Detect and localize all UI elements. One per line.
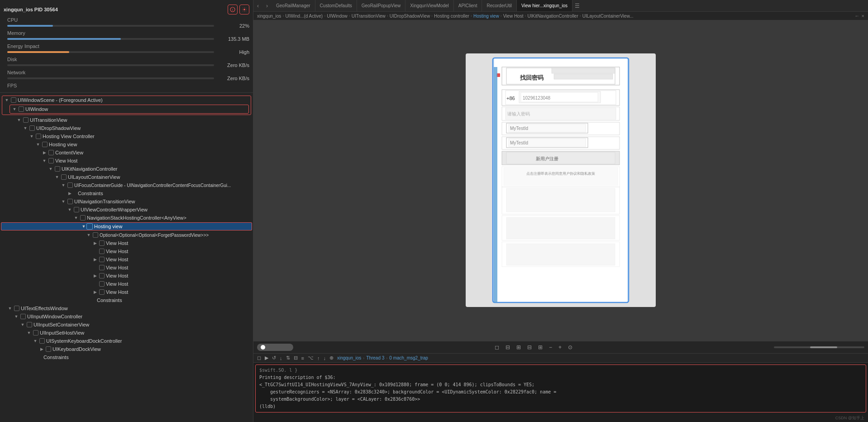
checkbox-viewhost-7[interactable]	[99, 289, 105, 295]
arrow-viewhost-l6[interactable]: ▼	[42, 158, 47, 163]
arrow-uiwindow[interactable]: ▼	[12, 107, 17, 111]
toolbar-icon-2[interactable]: ⊟	[504, 343, 512, 351]
toolbar-icon-5[interactable]: ⊞	[536, 343, 544, 351]
checkbox-navstackhostingcontroller[interactable]	[80, 215, 86, 221]
bc-hosting-view[interactable]: Hosting view	[473, 14, 499, 19]
breadcrumb-close-btn[interactable]: ×	[862, 13, 864, 19]
checkbox-uiinputsethostview[interactable]	[33, 330, 38, 336]
arrow-uikeyboarddockview[interactable]: ▶	[39, 347, 44, 351]
tab-viewhier[interactable]: View hier...xingqun_ios	[517, 0, 572, 11]
scroll-thumb[interactable]	[810, 346, 837, 348]
zoom-in-btn[interactable]: +	[557, 343, 563, 351]
tree-item-hosting-view-selected[interactable]: ▼ Hosting view	[1, 222, 252, 230]
tab-right-btn[interactable]: ›	[262, 0, 272, 11]
checkbox-uiinputwindowcontroller[interactable]	[20, 314, 26, 319]
checkbox-uilayoutcontainerview[interactable]	[61, 174, 67, 180]
arrow-uiinputsethostview[interactable]: ▼	[26, 331, 32, 335]
settings-icon-button[interactable]	[239, 5, 249, 14]
tree-item-uiinputsethostview[interactable]: ▼ UIInputSetHostView	[0, 329, 253, 337]
tab-left-btn[interactable]: ‹	[253, 0, 262, 11]
tree-item-uitexteffectswindow[interactable]: ▼ UITextEffectsWindow	[0, 304, 253, 312]
checkbox-uiinputsetcontainerview[interactable]	[27, 322, 32, 327]
debug-btn-6[interactable]: ⊟	[294, 355, 298, 361]
bc-xingqun[interactable]: xingqun_ios	[257, 14, 281, 19]
tree-item-uivcwrapperview[interactable]: ▼ UIViewControllerWrapperView	[0, 206, 253, 214]
tree-item-hosting-view-controller[interactable]: ▼ Hosting View Controller	[0, 132, 253, 140]
tree-item-uiwindowscene[interactable]: ▼ UIWindowScene - (Foreground Active)	[2, 96, 251, 104]
toolbar-icon-3[interactable]: ⊞	[515, 343, 523, 351]
arrow-optional-forgetpassword[interactable]: ▼	[86, 233, 91, 237]
db-thread[interactable]: Thread 3	[366, 355, 384, 360]
arrow-viewhost-7[interactable]: ▶	[92, 290, 98, 294]
arrow-hosting-vc[interactable]: ▼	[29, 134, 34, 139]
debug-btn-9[interactable]: ↑	[317, 355, 320, 361]
checkbox-uiwindow[interactable]	[19, 106, 24, 112]
tree-item-uidropshadowview[interactable]: ▼ UIDropShadowView	[0, 124, 253, 132]
info-icon-button[interactable]: i	[228, 5, 238, 14]
bc-uitransitionview[interactable]: UITransitionView	[352, 14, 386, 19]
tree-item-viewhost-l6[interactable]: ▼ View Host	[0, 157, 253, 165]
tree-item-constraints-1[interactable]: ▶ Constraints	[0, 189, 253, 197]
debug-btn-3[interactable]: ↺	[272, 355, 276, 361]
arrow-uiinputsetcontainerview[interactable]: ▼	[20, 322, 25, 327]
debug-btn-4[interactable]: ↓	[280, 355, 282, 361]
arrow-uiwindowscene[interactable]: ▼	[4, 98, 10, 102]
debug-btn-1[interactable]: ◻	[257, 355, 261, 361]
checkbox-uinavtransitionview[interactable]	[67, 199, 73, 204]
checkbox-viewhost-4[interactable]	[99, 265, 105, 270]
tree-item-viewhost-1[interactable]: ▶ View Host	[0, 239, 253, 247]
checkbox-uitexteffectswindow[interactable]	[14, 306, 19, 311]
checkbox-viewhost-5[interactable]	[99, 273, 105, 278]
checkbox-contentview[interactable]	[48, 150, 54, 155]
arrow-constraints-1[interactable]: ▶	[67, 191, 72, 196]
tree-item-uitransitionview[interactable]: ▼ UITransitionView	[0, 116, 253, 124]
tree-item-uikitnavcontroller[interactable]: ▼ UIKitNavigationController	[0, 165, 253, 173]
bc-uiwind[interactable]: UIWind...(d Active)	[285, 14, 323, 19]
bc-uilayoutcontainerview[interactable]: UILayoutContainerView...	[582, 14, 634, 19]
debug-btn-5[interactable]: ⇅	[286, 355, 290, 361]
checkbox-uifocuscontainerguide[interactable]	[67, 182, 73, 188]
debug-btn-8[interactable]: ⌥	[308, 355, 314, 361]
arrow-uitransitionview[interactable]: ▼	[16, 118, 22, 122]
arrow-uisystemkeyboarddockcontroller[interactable]: ▼	[33, 339, 38, 343]
bc-uidropshadowview[interactable]: UIDropShadowView	[390, 14, 430, 19]
bc-uiwindow[interactable]: UIWindow	[327, 14, 348, 19]
tree-item-constraints-3[interactable]: Constraints	[0, 353, 253, 361]
db-app[interactable]: xingqun_ios	[337, 355, 361, 360]
arrow-uidropshadowview[interactable]: ▼	[23, 126, 28, 130]
tab-customdefaults[interactable]: CustomDefaults	[315, 0, 357, 11]
arrow-navstackhostingcontroller[interactable]: ▼	[73, 216, 79, 220]
debug-btn-2[interactable]: ▶	[265, 355, 268, 361]
arrow-contentview[interactable]: ▶	[42, 150, 47, 155]
checkbox-uitransitionview[interactable]	[23, 117, 29, 123]
arrow-hosting-view-l5[interactable]: ▼	[35, 142, 41, 147]
checkbox-viewhost-6[interactable]	[99, 281, 105, 287]
tab-apiclient[interactable]: APIClient	[454, 0, 482, 11]
tree-item-optional-forgetpassword[interactable]: ▼ Optional<Optional<Optional<ForgetPassw…	[0, 231, 253, 239]
zoom-fit-btn[interactable]: ⊙	[566, 343, 574, 351]
tree-item-uifocuscontainerguide[interactable]: ▼ UIFocusContainerGuide - UINavigationCo…	[0, 181, 253, 189]
tree-item-navstackhostingcontroller[interactable]: ▼ NavigationStackHostingController<AnyVi…	[0, 214, 253, 222]
checkbox-uikeyboarddockview[interactable]	[46, 346, 51, 352]
tab-recorderutil[interactable]: RecorderUtil	[482, 0, 517, 11]
zoom-out-btn[interactable]: −	[547, 343, 554, 351]
checkbox-viewhost-2[interactable]	[99, 249, 105, 254]
toolbar-icon-4[interactable]: ⊟	[525, 343, 534, 351]
arrow-uinavtransitionview[interactable]: ▼	[61, 199, 66, 204]
arrow-viewhost-1[interactable]: ▶	[92, 241, 98, 245]
tab-georailmanager[interactable]: GeoRailManager	[272, 0, 315, 11]
tree-item-uiinputsetcontainerview[interactable]: ▼ UIInputSetContainerView	[0, 321, 253, 329]
checkbox-viewhost-1[interactable]	[99, 240, 105, 246]
arrow-uifocuscontainerguide[interactable]: ▼	[61, 183, 66, 187]
arrow-uilayoutcontainerview[interactable]: ▼	[54, 175, 60, 179]
tree-item-contentview[interactable]: ▶ ContentView	[0, 149, 253, 157]
tab-georailpopupview[interactable]: GeoRailPopupView	[357, 0, 406, 11]
bc-uikitnavcontroller[interactable]: UIKitNavigationController	[527, 14, 578, 19]
arrow-uiinputwindowcontroller[interactable]: ▼	[14, 314, 19, 319]
zoom-handle[interactable]	[261, 345, 265, 350]
checkbox-uiwindowscene[interactable]	[11, 97, 16, 103]
checkbox-uisystemkeyboarddockcontroller[interactable]	[39, 338, 45, 344]
checkbox-hosting-vc[interactable]	[36, 134, 41, 139]
debug-btn-11[interactable]: ⊕	[329, 355, 334, 361]
tree-item-viewhost-5[interactable]: ▶ View Host	[0, 272, 253, 280]
